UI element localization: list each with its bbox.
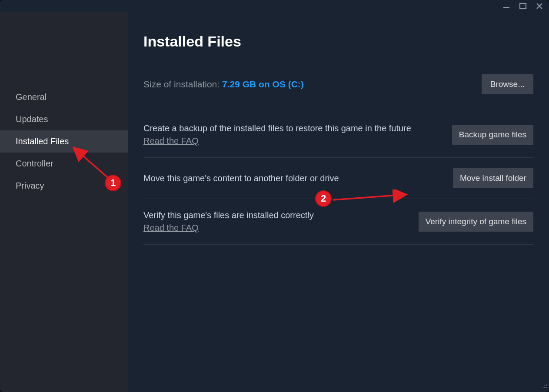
installation-size-text: Size of installation: 7.29 GB on OS (C:) (143, 79, 304, 90)
maximize-button[interactable] (519, 2, 527, 10)
sidebar-item-label: Installed Files (16, 136, 69, 146)
window-titlebar (0, 0, 549, 12)
resize-grip-icon[interactable] (541, 382, 547, 390)
sidebar-item-installed-files[interactable]: Installed Files (0, 130, 128, 153)
svg-rect-1 (520, 3, 526, 9)
svg-point-9 (546, 387, 547, 388)
backup-faq-link[interactable]: Read the FAQ (143, 135, 199, 147)
move-row: Move this game's content to another fold… (143, 157, 533, 199)
browse-button[interactable]: Browse... (482, 74, 533, 94)
backup-desc-text: Create a backup of the installed files t… (143, 123, 411, 133)
move-description: Move this game's content to another fold… (143, 173, 444, 184)
page-title: Installed Files (143, 33, 533, 50)
verify-row: Verify this game's files are installed c… (143, 199, 533, 245)
verify-faq-link[interactable]: Read the FAQ (143, 222, 199, 234)
sidebar-item-general[interactable]: General (0, 86, 128, 108)
svg-point-6 (546, 385, 547, 386)
verify-integrity-button[interactable]: Verify integrity of game files (419, 212, 533, 232)
backup-row: Create a backup of the installed files t… (143, 112, 533, 157)
installation-size-prefix: Size of installation: (143, 79, 222, 89)
verify-desc-text: Verify this game's files are installed c… (143, 210, 314, 220)
minimize-button[interactable] (502, 2, 511, 10)
svg-point-4 (546, 384, 547, 385)
move-install-folder-button[interactable]: Move install folder (453, 168, 533, 188)
svg-point-8 (544, 387, 545, 388)
installation-size-value: 7.29 GB on OS (C:) (222, 79, 304, 89)
move-desc-text: Move this game's content to another fold… (143, 173, 339, 183)
sidebar-item-label: Updates (16, 114, 48, 124)
verify-description: Verify this game's files are installed c… (143, 209, 410, 234)
sidebar-item-label: Privacy (16, 181, 44, 190)
window-body: General Updates Installed Files Controll… (0, 12, 549, 392)
sidebar-item-controller[interactable]: Controller (0, 153, 128, 175)
sidebar-item-label: General (16, 92, 47, 102)
sidebar-item-updates[interactable]: Updates (0, 108, 128, 130)
backup-description: Create a backup of the installed files t… (143, 123, 443, 147)
sidebar-item-label: Controller (16, 159, 53, 168)
svg-point-7 (542, 387, 543, 388)
content-pane: Installed Files Size of installation: 7.… (128, 12, 549, 392)
sidebar: General Updates Installed Files Controll… (0, 12, 128, 392)
close-button[interactable] (535, 2, 544, 10)
properties-window: General Updates Installed Files Controll… (0, 0, 549, 392)
svg-point-5 (544, 385, 545, 386)
backup-game-files-button[interactable]: Backup game files (452, 125, 533, 145)
installation-size-row: Size of installation: 7.29 GB on OS (C:)… (143, 74, 533, 94)
sidebar-item-privacy[interactable]: Privacy (0, 175, 128, 197)
